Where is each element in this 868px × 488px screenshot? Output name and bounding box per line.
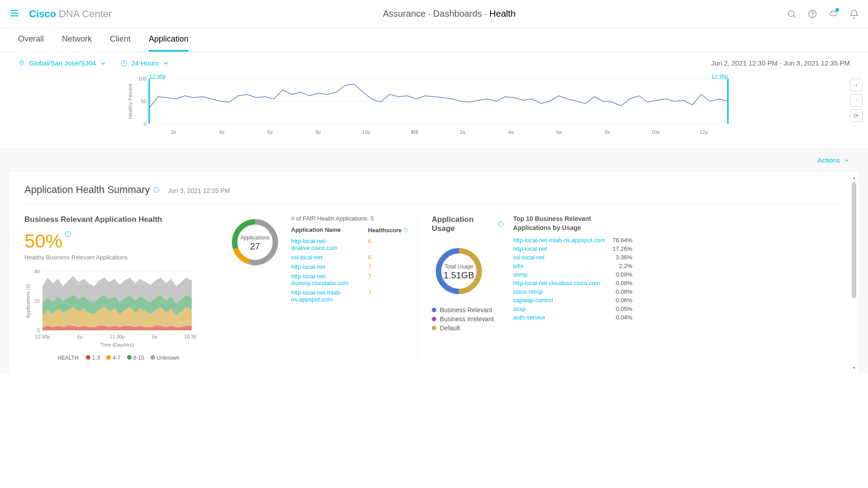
location-filter[interactable]: Global/San Jose/SJ04 xyxy=(18,59,107,67)
svg-text:20: 20 xyxy=(34,298,40,304)
svg-text:1.51GB: 1.51GB xyxy=(443,270,474,280)
breadcrumb: Assurance · Dashboards · Health xyxy=(383,9,516,19)
col-applications: Applications27 # of FAIR Health Applicat… xyxy=(228,215,409,361)
app-link[interactable]: ocsp xyxy=(513,305,605,312)
cloud-icon[interactable] xyxy=(828,9,838,19)
card-scrollbar[interactable]: ▴ ▾ xyxy=(851,176,857,369)
svg-text:Healthy Percent: Healthy Percent xyxy=(127,84,133,119)
info-icon[interactable] xyxy=(64,230,71,238)
app-link[interactable]: ssl-local-net xyxy=(513,254,605,261)
svg-text:2a: 2a xyxy=(460,129,466,135)
app-link[interactable]: http-local-net-mlab-ns.appspot.com xyxy=(291,289,368,303)
clock-icon xyxy=(120,60,127,67)
svg-text:12p: 12p xyxy=(699,129,708,135)
usage-legend-item: Business Relevant xyxy=(432,306,504,314)
summary-card: ▴ ▾ Application Health Summary Jun 3, 20… xyxy=(9,172,859,373)
app-link[interactable]: http-local-net-dummy.ciscolabs.com xyxy=(291,273,368,286)
timeline-prev-button[interactable]: ‹ xyxy=(850,79,863,91)
col-biz-health: Business Relevant Application Health 50%… xyxy=(24,215,219,361)
legend-item: 4-7 xyxy=(106,355,120,361)
svg-text:6p: 6p xyxy=(77,334,82,339)
info-icon[interactable] xyxy=(497,221,504,228)
svg-text:12:35p: 12:35p xyxy=(711,74,728,80)
svg-text:8p: 8p xyxy=(315,129,321,135)
usage-row: http-local-net17.26% xyxy=(513,244,632,253)
donut-svg: Applications27 xyxy=(228,215,282,269)
usage-row: ipfix2.2% xyxy=(513,262,632,270)
svg-text:27: 27 xyxy=(250,241,260,251)
filter-bar: Global/San Jose/SJ04 24 Hours Jun 2, 202… xyxy=(0,52,868,74)
info-icon[interactable] xyxy=(153,186,160,193)
hamburger-menu-icon[interactable] xyxy=(9,8,20,20)
health-legend: HEALTH 1-34-78-10Unknown xyxy=(24,355,219,361)
app-link[interactable]: http-local-net-mlab-ns.appspot.com xyxy=(513,237,605,244)
svg-point-58 xyxy=(500,223,501,223)
app-link[interactable]: http-local-net xyxy=(291,263,368,270)
svg-text:4p: 4p xyxy=(219,129,224,135)
app-link[interactable]: http-local-net-cloudsso.cisco.com xyxy=(513,280,605,286)
svg-text:100: 100 xyxy=(138,76,146,81)
tab-network[interactable]: Network xyxy=(62,34,92,52)
svg-text:0: 0 xyxy=(144,121,146,127)
healthscore: 7 xyxy=(368,263,409,270)
usage-legend-item: Business Irrelevant xyxy=(432,315,504,323)
usage-pct: 3.36% xyxy=(605,254,632,261)
timerange-filter[interactable]: 24 Hours xyxy=(120,59,170,67)
tab-application[interactable]: Application xyxy=(149,34,189,52)
usage-row: ssl-local-net3.36% xyxy=(513,253,632,262)
logo-product: DNA Center xyxy=(59,8,112,20)
usage-legend-item: Default xyxy=(432,324,504,332)
app-link[interactable]: ssl-local-net xyxy=(291,254,368,261)
legend-item: 8-10 xyxy=(127,355,144,361)
fair-row: http-local-net-dummy.ciscolabs.com7 xyxy=(291,272,409,288)
card-title: Application Health Summary xyxy=(24,184,160,196)
app-link[interactable]: capwap-control xyxy=(513,297,605,304)
app-link[interactable]: http-local-net-dnalive.cisco.com xyxy=(291,238,368,251)
usage-pct: 0.05% xyxy=(605,305,632,312)
card-timestamp: Jun 3, 2021 12:35 PM xyxy=(168,187,230,194)
app-link[interactable]: http-local-net xyxy=(513,245,605,252)
healthscore: 7 xyxy=(368,273,409,286)
header-right xyxy=(787,9,859,19)
usage-pct: 0.08% xyxy=(605,280,632,286)
svg-text:Applications: Applications xyxy=(241,235,270,241)
timeline-next-button[interactable]: › xyxy=(850,94,863,107)
info-icon[interactable] xyxy=(403,226,409,234)
healthscore: 7 xyxy=(368,289,409,303)
svg-point-6 xyxy=(812,15,812,16)
tab-client[interactable]: Client xyxy=(110,34,131,52)
app-link[interactable]: cisco-nmsp xyxy=(513,288,605,295)
biz-health-title: Business Relevant Application Health xyxy=(24,215,219,224)
usage-donut: Total Usage1.51GB xyxy=(432,244,486,298)
svg-text:6p: 6p xyxy=(267,129,273,135)
chevron-down-icon xyxy=(99,60,107,67)
app-header: Cisco DNA Center Assurance · Dashboards … xyxy=(0,0,868,28)
healthscore: 6 xyxy=(368,254,409,261)
card-header: Application Health Summary Jun 3, 2021 1… xyxy=(24,184,844,204)
fair-row: http-local-net-dnalive.cisco.com6 xyxy=(291,236,409,253)
app-link[interactable]: ipfix xyxy=(513,263,605,269)
tab-overall[interactable]: Overall xyxy=(18,34,44,52)
usage-row: http-local-net-mlab-ns.appspot.com76.64% xyxy=(513,236,632,244)
search-icon[interactable] xyxy=(787,9,797,19)
svg-text:6/3: 6/3 xyxy=(411,129,418,135)
usage-pct: 0.06% xyxy=(605,297,632,304)
location-icon xyxy=(18,60,25,67)
breadcrumb-1: Assurance xyxy=(383,9,426,19)
svg-text:40: 40 xyxy=(34,269,40,274)
timeline-controls: ‹ › ⟳ xyxy=(850,79,863,122)
bell-icon[interactable] xyxy=(849,9,859,19)
app-link[interactable]: auth-service xyxy=(513,314,605,321)
svg-text:4a: 4a xyxy=(508,129,514,135)
help-icon[interactable] xyxy=(807,9,817,19)
usage-row: ocsp0.05% xyxy=(513,305,632,313)
app-link[interactable]: snmp xyxy=(513,271,605,278)
actions-label: Actions xyxy=(818,156,840,164)
svg-text:10:30a: 10:30a xyxy=(184,334,196,339)
logo[interactable]: Cisco DNA Center xyxy=(29,8,112,20)
svg-text:10p: 10p xyxy=(362,129,370,135)
svg-text:2p: 2p xyxy=(170,129,176,135)
actions-dropdown[interactable]: Actions xyxy=(818,156,850,164)
timeline-refresh-button[interactable]: ⟳ xyxy=(850,109,863,122)
svg-text:10a: 10a xyxy=(651,129,660,135)
